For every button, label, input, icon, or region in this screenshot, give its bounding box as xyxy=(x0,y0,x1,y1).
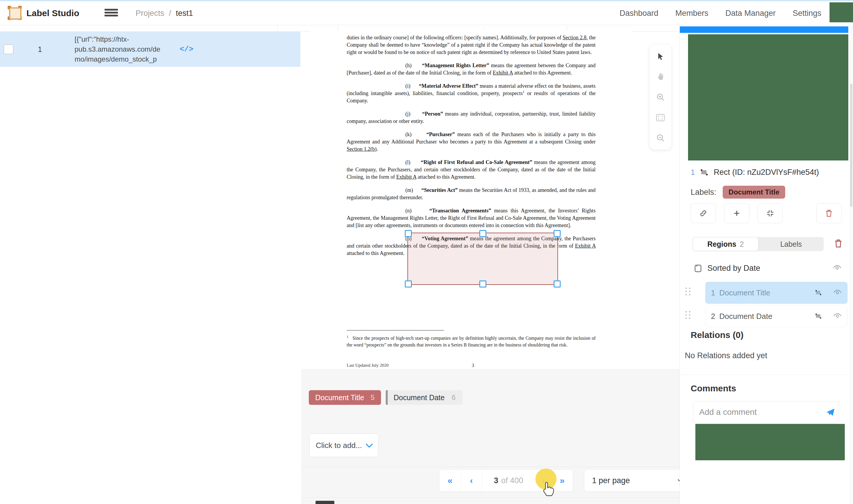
resize-handle-bottom-center[interactable] xyxy=(479,281,486,288)
divider xyxy=(680,375,853,375)
redacted-image-preview xyxy=(688,34,848,160)
document-footer: Last Updated July 2020 3 xyxy=(346,362,596,369)
regions-count: 2 xyxy=(740,240,744,249)
drag-handle[interactable] xyxy=(686,311,691,319)
document-page: duties in the ordinary course] of the fo… xyxy=(310,31,632,369)
trash-icon xyxy=(825,209,833,217)
nav-settings[interactable]: Settings xyxy=(793,9,821,18)
relations-title: Relations (0) xyxy=(691,330,744,340)
labels-row: Labels: Document Title xyxy=(691,186,785,199)
add-label-button[interactable] xyxy=(724,203,749,223)
document-text: duties in the ordinary course] of the fo… xyxy=(346,34,596,263)
sort-label: Sorted by Date xyxy=(707,264,760,273)
sort-row[interactable]: Sorted by Date xyxy=(694,264,841,273)
selected-region-rect[interactable] xyxy=(407,233,558,285)
region-row-label: Document Date xyxy=(719,312,772,321)
nav-members[interactable]: Members xyxy=(675,9,709,18)
collapse-region-button[interactable] xyxy=(758,203,783,223)
label-hotkey: 6 xyxy=(452,393,456,402)
nav-dashboard[interactable]: Dashboard xyxy=(620,9,658,18)
first-page-button[interactable]: « xyxy=(440,475,461,486)
click-to-add-label: Click to add... xyxy=(316,441,362,450)
page-scrollbar[interactable] xyxy=(850,25,853,504)
breadcrumb-projects[interactable]: Projects xyxy=(136,9,164,18)
relations-empty-text: No Relations added yet xyxy=(685,351,767,360)
resize-handle-top-right[interactable] xyxy=(554,230,561,237)
plus-icon xyxy=(733,210,741,217)
collapse-icon xyxy=(766,209,774,217)
top-nav: Dashboard Members Data Manager Settings xyxy=(620,9,821,18)
breadcrumb-separator: / xyxy=(169,9,172,18)
rect-region-icon xyxy=(815,290,822,296)
comment-input[interactable] xyxy=(693,408,822,417)
sort-date-icon xyxy=(694,264,702,273)
label-hotkey: 5 xyxy=(371,393,375,402)
task-id: 1 xyxy=(31,45,49,54)
scrollbar-thumb[interactable] xyxy=(850,84,852,207)
label-document-title[interactable]: Document Title 5 xyxy=(309,390,381,405)
task-row[interactable]: 1 [{"url":"https://htx- pub.s3.amazonaws… xyxy=(0,32,300,67)
fit-to-screen-icon[interactable] xyxy=(655,112,666,124)
resize-handle-bottom-right[interactable] xyxy=(554,281,561,288)
region-visibility-icon[interactable] xyxy=(833,288,842,298)
move-tool-icon[interactable] xyxy=(655,51,666,62)
region-row-index: 1 xyxy=(711,288,715,298)
relation-link-button[interactable] xyxy=(691,203,716,223)
label-document-date[interactable]: Document Date 6 xyxy=(386,390,463,405)
comments-title: Comments xyxy=(691,383,736,393)
region-actions xyxy=(691,203,841,223)
selected-region-info: 1 Rect (ID: nZu2DVlYsF#he54t) xyxy=(691,168,819,177)
click-to-add-dropdown[interactable]: Click to add... xyxy=(309,434,378,457)
page-number: 3 xyxy=(472,362,474,369)
tab-labels[interactable]: Labels xyxy=(759,237,824,251)
region-label-badge[interactable]: Document Title xyxy=(723,186,785,199)
annotation-area: duties in the ordinary course] of the fo… xyxy=(301,25,679,504)
last-updated-text: Last Updated July 2020 xyxy=(346,363,389,367)
details-panel: 1 Rect (ID: nZu2DVlYsF#he54t) Labels: Do… xyxy=(679,25,853,504)
per-page-select[interactable]: 1 per page xyxy=(584,469,691,492)
toggle-all-visibility-icon[interactable] xyxy=(833,264,841,273)
region-id-text: Rect (ID: nZu2DVlYsF#he54t) xyxy=(714,168,819,177)
zoom-out-icon[interactable] xyxy=(655,132,666,144)
breadcrumb-current[interactable]: test1 xyxy=(176,9,193,18)
avatar[interactable] xyxy=(830,2,853,22)
breadcrumb: Projects / test1 xyxy=(136,9,193,18)
tab-labels-label: Labels xyxy=(780,240,802,249)
rect-region-icon xyxy=(815,313,822,319)
resize-handle-top-center[interactable] xyxy=(479,230,486,237)
send-comment-icon[interactable] xyxy=(822,408,839,417)
resize-handle-bottom-left[interactable] xyxy=(405,281,412,288)
resize-handle-top-left[interactable] xyxy=(405,230,412,237)
region-visibility-icon[interactable] xyxy=(833,312,842,321)
prev-page-button[interactable]: ‹ xyxy=(461,475,482,486)
total-pages: of 400 xyxy=(501,476,523,485)
region-row-2[interactable]: 2 Document Date xyxy=(706,306,847,327)
delete-region-button[interactable] xyxy=(816,203,841,223)
task-checkbox[interactable] xyxy=(3,44,14,54)
label-studio-app: Label Studio Projects / test1 Dashboard … xyxy=(0,0,853,504)
label-studio-logo-icon xyxy=(7,6,22,20)
tab-regions[interactable]: Regions 2 xyxy=(693,237,759,251)
tab-regions-label: Regions xyxy=(707,240,736,249)
panel-accent-bar xyxy=(680,26,848,33)
code-icon[interactable]: </> xyxy=(180,45,193,54)
menu-icon[interactable] xyxy=(105,7,118,19)
region-index: 1 xyxy=(691,168,695,177)
chevron-down-icon xyxy=(366,440,373,448)
clipped-text-fragment xyxy=(316,501,334,504)
label-text: Document Date xyxy=(394,393,445,402)
pan-tool-icon[interactable] xyxy=(655,71,666,83)
image-toolbar xyxy=(650,44,671,150)
drag-handle[interactable] xyxy=(686,288,691,295)
nav-data-manager[interactable]: Data Manager xyxy=(725,9,776,18)
delete-all-regions-button[interactable] xyxy=(834,239,843,249)
region-row-1[interactable]: 1 Document Title xyxy=(706,282,847,303)
comment-input-wrap xyxy=(693,401,839,423)
task-table-header xyxy=(0,25,301,32)
zoom-in-icon[interactable] xyxy=(655,91,666,103)
rect-region-icon xyxy=(700,169,708,176)
app-title: Label Studio xyxy=(26,8,79,18)
link-icon xyxy=(699,209,707,217)
current-page: 3 xyxy=(494,476,498,485)
footnote-text: 1 Since the prospects of high-tech start… xyxy=(346,335,596,348)
